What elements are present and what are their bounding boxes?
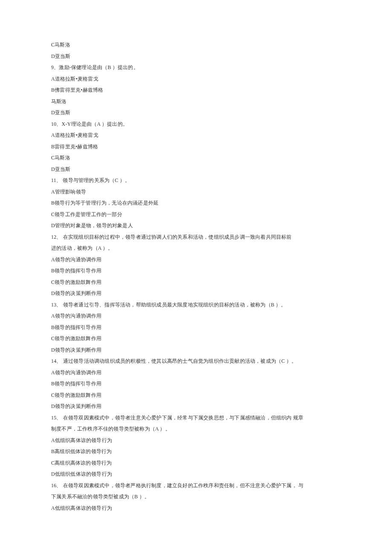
- text-line: D亚当斯: [51, 107, 341, 119]
- text-line: 9、激励-保健理论是由（B ）提出的。: [51, 62, 341, 73]
- text-line: 14、 通过领导活动调动组织成员的积极性，使其以高昂的士气自觉为组织作出贡献的活…: [51, 356, 341, 367]
- text-line: A低组织高体谅的领导行为: [51, 435, 341, 446]
- text-line: D低组织低体谅的领导行为: [51, 468, 341, 480]
- text-line: A管理影响领导: [51, 186, 341, 198]
- text-line: 12、 在实现组织目标的过程中，领导者通过协调人们的关系和活动，使组织成员步调一…: [51, 231, 341, 243]
- text-line: B领导的指挥引导作用: [51, 265, 341, 277]
- text-line: 11、 领导与管理的关系为（C ）。: [51, 175, 341, 186]
- text-line: B高组织低体谅的领导行为: [51, 446, 341, 457]
- text-line: C高组织高体谅的领导行为: [51, 457, 341, 469]
- text-line: C马斯洛: [51, 152, 341, 164]
- text-line: 15、 在领导双因素模式中，领导者注意关心爱护下属，经常与下属交换思想，与下属感…: [51, 412, 341, 424]
- text-line: D领导的决策判断作用: [51, 401, 341, 412]
- text-line: A领导的沟通协调作用: [51, 310, 341, 322]
- document-page: C马斯洛D亚当斯9、激励-保健理论是由（B ）提出的。A道格拉斯•麦格雷戈B佛雷…: [0, 0, 392, 555]
- text-line: D亚当斯: [51, 164, 341, 175]
- text-line: A道格拉斯•麦格雷戈: [51, 130, 341, 141]
- text-line: 下属关系不融洽的领导类型被成为（B ）。: [51, 491, 341, 503]
- text-line: B领导的指挥引导作用: [51, 378, 341, 390]
- text-line: D管理的对象是物，领导的对象是人: [51, 220, 341, 231]
- text-line: B佛雷得里克•赫兹博格: [51, 84, 341, 96]
- text-line: C领导工作是管理工作的一部分: [51, 209, 341, 220]
- text-line: B雷得里克•赫兹博格: [51, 141, 341, 153]
- text-line: 10、X-Y理论是由（A ）提出的。: [51, 119, 341, 130]
- text-line: A道格拉斯•麦格雷戈: [51, 73, 341, 85]
- text-line: D领导的决策判断作用: [51, 344, 341, 356]
- text-line: 制度不严，工作秩序不佳的领导类型被称为（A ）。: [51, 423, 341, 435]
- text-line: C领导的激励鼓舞作用: [51, 277, 341, 288]
- text-line: 进的活动，被称为（A ）。: [51, 243, 341, 254]
- text-line: A低组织高体谅的领导行为: [51, 503, 341, 514]
- text-line: 马斯洛: [51, 96, 341, 107]
- text-line: 13、 领导者通过引导、指挥等活动，帮助组织成员最大限度地实现组织的目标的活动，…: [51, 299, 341, 311]
- text-line: A领导的沟通协调作用: [51, 254, 341, 266]
- text-line: B领导行为等于管理行为，无论在内涵还是外延: [51, 197, 341, 209]
- text-line: 16、 在领导双因素模式中，领导者严格执行制度，建立良好的工作秩序和责任制，但不…: [51, 480, 341, 491]
- text-content: C马斯洛D亚当斯9、激励-保健理论是由（B ）提出的。A道格拉斯•麦格雷戈B佛雷…: [51, 39, 341, 514]
- text-line: C领导的激励鼓舞作用: [51, 333, 341, 344]
- text-line: C马斯洛: [51, 39, 341, 51]
- text-line: D领导的决策判断作用: [51, 288, 341, 299]
- text-line: C领导的激励鼓舞作用: [51, 390, 341, 401]
- text-line: A领导的沟通协调作用: [51, 367, 341, 379]
- text-line: B领导的指挥引导作用: [51, 322, 341, 333]
- text-line: D亚当斯: [51, 51, 341, 62]
